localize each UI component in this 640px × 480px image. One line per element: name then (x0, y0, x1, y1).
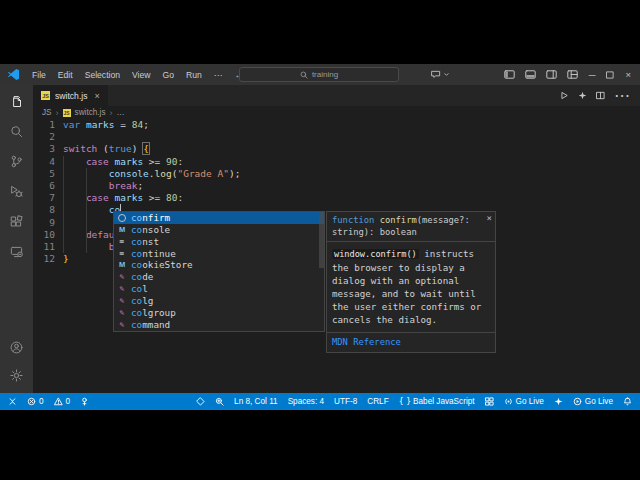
suggestion-colg[interactable]: ✎colg (114, 295, 324, 307)
property-icon: ✎ (117, 307, 127, 319)
broadcast-icon (504, 397, 513, 406)
property-icon: ✎ (117, 283, 127, 295)
code-line[interactable]: 6 break; (33, 180, 640, 192)
code-line[interactable]: 5 console.log("Grade A"); (33, 168, 640, 180)
suggest-scrollbar[interactable] (319, 212, 324, 268)
play-circle-icon (573, 397, 582, 406)
layout-panel-icon[interactable] (525, 70, 536, 79)
suggestion-command[interactable]: ✎command (114, 319, 324, 331)
status-zoom-indicator[interactable] (215, 397, 224, 406)
menu-run[interactable]: Run (180, 70, 208, 80)
suggestion-console[interactable]: Mconsole (114, 224, 324, 236)
suggestion-code[interactable]: ✎code (114, 271, 324, 283)
command-center-search[interactable]: training (239, 67, 399, 82)
suggestion-continue[interactable]: ≡continue (114, 248, 324, 260)
extensions-icon[interactable] (8, 213, 25, 230)
close-button[interactable]: × (625, 69, 631, 80)
status-ports[interactable] (485, 397, 494, 406)
bell-icon (623, 397, 632, 406)
status-live-share[interactable] (80, 397, 89, 406)
menu-edit[interactable]: Edit (52, 70, 79, 80)
status-language-mode[interactable]: { }Babel JavaScript (399, 397, 475, 406)
tab-close-icon[interactable]: × (94, 91, 99, 101)
status-go-live-play[interactable]: Go Live (573, 397, 613, 406)
minimize-button[interactable]: ─ (589, 69, 596, 80)
explorer-icon[interactable] (8, 93, 25, 110)
vscode-logo-icon (7, 68, 20, 81)
status-go-live-broadcast[interactable]: Go Live (504, 397, 544, 406)
status-screencast[interactable] (196, 397, 205, 406)
ports-icon (485, 397, 494, 406)
maximize-button[interactable] (606, 71, 614, 79)
search-icon[interactable] (8, 123, 25, 140)
indent-guide (63, 156, 64, 253)
function-signature: function confirm(message?: string): bool… (327, 212, 495, 241)
code-line[interactable]: 4 case marks >= 90: (33, 156, 640, 168)
tab-label: switch.js (55, 91, 87, 101)
menu-file[interactable]: File (26, 70, 52, 80)
warning-icon (54, 397, 63, 406)
inline-code: window.confirm() (332, 249, 419, 259)
line-number: 3 (33, 143, 55, 155)
status-warnings-count[interactable]: 0 (54, 397, 71, 406)
status-errors-count[interactable]: 0 (27, 397, 44, 406)
more-icon[interactable]: ⋯ (614, 86, 631, 105)
status-remote-indicator[interactable] (8, 397, 17, 406)
status-cursor-position[interactable]: Ln 8, Col 11 (234, 397, 278, 406)
tab-bar: JS switch.js × ⋯ (33, 85, 640, 106)
split-editor-icon[interactable] (596, 91, 605, 100)
status-bar: 00 Ln 8, Col 11Spaces: 4UTF-8CRLF{ }Babe… (0, 393, 640, 410)
status-sparkle-status[interactable] (554, 397, 563, 406)
menu-go[interactable]: Go (157, 70, 180, 80)
layout-sidebar-left-icon[interactable] (504, 70, 515, 79)
chat-button[interactable] (431, 70, 449, 79)
layout-customize-icon[interactable] (567, 70, 578, 79)
property-icon: ✎ (117, 295, 127, 307)
code-line[interactable]: 3switch (true) { (33, 143, 640, 155)
settings-gear-icon[interactable] (8, 367, 25, 384)
code-line[interactable]: 7 case marks >= 80: (33, 192, 640, 204)
code-line[interactable]: 1var marks = 84; (33, 119, 640, 131)
zoom-icon (215, 397, 224, 406)
sparkle-icon[interactable] (578, 91, 587, 100)
suggestion-colgroup[interactable]: ✎colgroup (114, 307, 324, 319)
mdn-reference-link[interactable]: MDN Reference (327, 332, 495, 352)
field-icon: M (117, 259, 127, 271)
status-encoding[interactable]: UTF-8 (334, 397, 357, 406)
menu-view[interactable]: View (126, 70, 156, 80)
layout-sidebar-right-icon[interactable] (546, 70, 557, 79)
breadcrumb-symbol[interactable]: … (117, 108, 125, 117)
status-indentation[interactable]: Spaces: 4 (288, 397, 324, 406)
activity-bar (0, 85, 33, 393)
source-control-icon[interactable] (8, 153, 25, 170)
remote-explorer-icon[interactable] (8, 243, 25, 260)
suggestion-col[interactable]: ✎col (114, 283, 324, 295)
line-number: 6 (33, 180, 55, 192)
status-notifications-bell[interactable] (623, 397, 632, 406)
tab-switch-js[interactable]: JS switch.js × (33, 85, 108, 106)
code-editor[interactable]: 1var marks = 84;23switch (true) {4 case … (33, 119, 640, 393)
line-number: 1 (33, 119, 55, 131)
run-icon[interactable] (560, 91, 569, 100)
editor-area: JS switch.js × ⋯ JS › JS switch.js › … 1… (33, 85, 640, 393)
code-line[interactable]: 2 (33, 131, 640, 143)
menubar-overflow-icon[interactable]: ⋯ (208, 70, 229, 80)
remote-icon (8, 397, 17, 406)
line-number: 5 (33, 168, 55, 180)
menubar: FileEditSelectionViewGoRun (26, 70, 208, 80)
accounts-icon[interactable] (8, 339, 25, 356)
doc-description: window.confirm() instructs the browser t… (327, 241, 495, 332)
breadcrumb-file[interactable]: switch.js (75, 108, 106, 117)
suggestion-confirm[interactable]: confirm (114, 212, 324, 224)
screencast-icon (196, 397, 205, 406)
suggestion-const[interactable]: ≡const (114, 236, 324, 248)
breadcrumb-root[interactable]: JS (42, 108, 52, 117)
suggestion-cookieStore[interactable]: McookieStore (114, 260, 324, 272)
close-icon[interactable]: × (487, 213, 492, 225)
line-number: 7 (33, 192, 55, 204)
autocomplete-dropdown: confirmMconsole≡const≡continueMcookieSto… (113, 211, 325, 332)
menu-selection[interactable]: Selection (79, 70, 126, 80)
run-debug-icon[interactable] (8, 183, 25, 200)
status-eol[interactable]: CRLF (367, 397, 388, 406)
screen: FileEditSelectionViewGoRun ⋯ ← → trainin… (0, 0, 640, 480)
